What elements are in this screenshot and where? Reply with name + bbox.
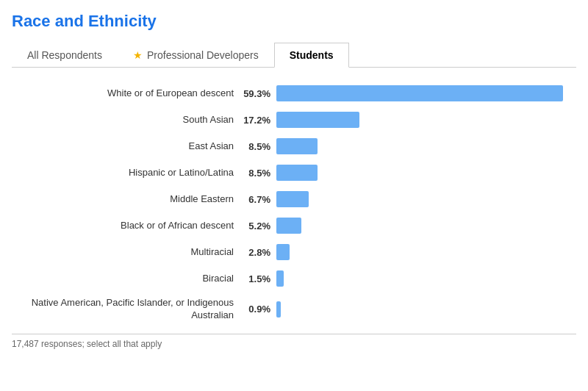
bar-wrapper: [276, 191, 576, 207]
bar-wrapper: [276, 165, 576, 181]
row-label: East Asian: [12, 140, 240, 153]
bar: [276, 301, 281, 318]
chart-row: South Asian 17.2%: [12, 112, 576, 128]
row-label: Hispanic or Latino/Latina: [12, 167, 240, 179]
chart-row: Multiracial 2.8%: [12, 244, 576, 260]
row-value: 1.5%: [240, 273, 276, 284]
tab-pro-label: Professional Developers: [147, 49, 259, 61]
row-value: 8.5%: [240, 168, 276, 179]
bar-wrapper: [276, 218, 576, 234]
bar: [276, 270, 284, 287]
chart: White or of European descent 59.3% South…: [12, 85, 576, 322]
bar-wrapper: [276, 244, 576, 260]
chart-row: Black or of African descent 5.2%: [12, 218, 576, 234]
row-value: 5.2%: [240, 220, 276, 232]
row-label: Biracial: [12, 273, 240, 285]
tab-bar: All Respondents ★ Professional Developer…: [12, 43, 576, 68]
bar-wrapper: [276, 138, 576, 154]
tab-all-respondents[interactable]: All Respondents: [12, 43, 118, 68]
page-title: Race and Ethnicity: [12, 12, 576, 31]
chart-row: Native American, Pacific Islander, or In…: [12, 297, 576, 322]
row-value: 0.9%: [240, 304, 276, 315]
row-label: Native American, Pacific Islander, or In…: [12, 297, 240, 322]
star-icon: ★: [133, 49, 143, 61]
chart-row: East Asian 8.5%: [12, 138, 576, 154]
row-value: 59.3%: [240, 88, 276, 99]
row-value: 2.8%: [240, 247, 276, 258]
row-label: Middle Eastern: [12, 193, 240, 206]
chart-row: White or of European descent 59.3%: [12, 85, 576, 101]
bar-wrapper: [276, 270, 576, 287]
bar: [276, 138, 318, 154]
bar: [276, 112, 359, 128]
row-value: 8.5%: [240, 141, 276, 152]
chart-row: Middle Eastern 6.7%: [12, 191, 576, 207]
row-value: 17.2%: [240, 115, 276, 126]
row-label: Multiracial: [12, 246, 240, 259]
chart-row: Hispanic or Latino/Latina 8.5%: [12, 165, 576, 181]
bar: [276, 218, 301, 234]
bar: [276, 165, 318, 181]
bar-wrapper: [276, 85, 576, 101]
tab-professional-developers[interactable]: ★ Professional Developers: [118, 43, 274, 68]
row-label: White or of European descent: [12, 87, 240, 100]
chart-row: Biracial 1.5%: [12, 270, 576, 287]
bar: [276, 244, 290, 260]
bar: [276, 85, 563, 101]
tab-students[interactable]: Students: [274, 43, 349, 68]
row-label: South Asian: [12, 114, 240, 126]
bar-wrapper: [276, 301, 576, 318]
footnote: 17,487 responses; select all that apply: [12, 334, 576, 349]
bar-wrapper: [276, 112, 576, 128]
row-label: Black or of African descent: [12, 220, 240, 232]
row-value: 6.7%: [240, 194, 276, 205]
bar: [276, 191, 309, 207]
